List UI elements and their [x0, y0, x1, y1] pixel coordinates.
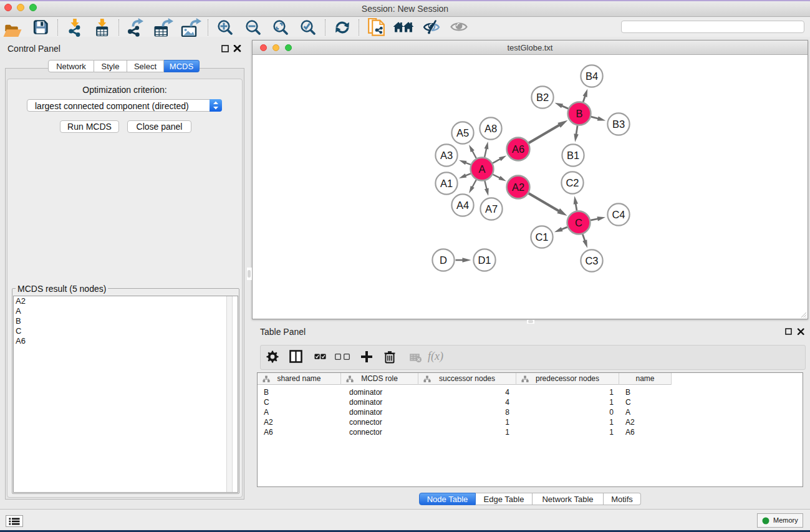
svg-text:B3: B3	[612, 118, 625, 130]
svg-text:A3: A3	[440, 150, 453, 161]
svg-text:A5: A5	[456, 127, 469, 138]
svg-text:C2: C2	[566, 177, 579, 188]
svg-text:D: D	[440, 254, 447, 266]
svg-text:D1: D1	[478, 254, 491, 266]
svg-text:C1: C1	[535, 231, 548, 243]
svg-text:A2: A2	[512, 181, 524, 193]
svg-text:A4: A4	[456, 200, 469, 211]
svg-text:B: B	[576, 108, 582, 119]
svg-text:A1: A1	[440, 178, 453, 189]
svg-text:B1: B1	[567, 150, 579, 161]
svg-text:A6: A6	[512, 143, 524, 155]
svg-text:C4: C4	[612, 209, 625, 220]
svg-text:B2: B2	[536, 92, 549, 103]
svg-text:C3: C3	[585, 255, 598, 266]
svg-text:C: C	[575, 217, 582, 228]
svg-text:A: A	[478, 163, 485, 175]
svg-text:B4: B4	[586, 70, 598, 82]
svg-text:A7: A7	[485, 203, 498, 215]
svg-text:A8: A8	[485, 123, 497, 134]
